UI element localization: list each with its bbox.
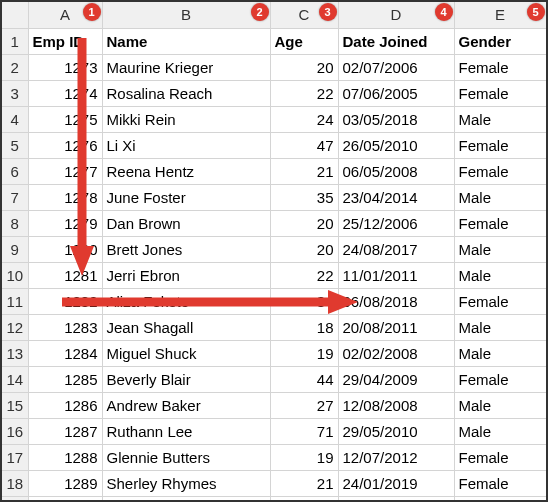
row-header[interactable]: 7 bbox=[2, 184, 28, 210]
cell[interactable]: Brett Jones bbox=[102, 236, 270, 262]
cell[interactable]: 44 bbox=[270, 366, 338, 392]
row-header[interactable]: 10 bbox=[2, 262, 28, 288]
cell[interactable]: Male bbox=[454, 496, 546, 502]
cell[interactable]: Jim Oyama bbox=[102, 496, 270, 502]
cell[interactable]: 1278 bbox=[28, 184, 102, 210]
cell[interactable]: 02/02/2008 bbox=[338, 340, 454, 366]
cell[interactable]: 03/05/2018 bbox=[338, 106, 454, 132]
col-B[interactable]: B2 bbox=[102, 2, 270, 28]
cell[interactable]: June Foster bbox=[102, 184, 270, 210]
cell[interactable]: 34 bbox=[270, 288, 338, 314]
cell[interactable]: Male bbox=[454, 340, 546, 366]
cell[interactable]: 1285 bbox=[28, 366, 102, 392]
cell[interactable]: 20 bbox=[270, 54, 338, 80]
cell[interactable]: Mikki Rein bbox=[102, 106, 270, 132]
cell[interactable]: Female bbox=[454, 132, 546, 158]
cell[interactable]: 11/01/2011 bbox=[338, 262, 454, 288]
cell[interactable]: Gender bbox=[454, 28, 546, 54]
cell[interactable]: Female bbox=[454, 158, 546, 184]
cell[interactable]: 20/08/2011 bbox=[338, 314, 454, 340]
cell[interactable]: 24/01/2019 bbox=[338, 470, 454, 496]
cell[interactable]: 1276 bbox=[28, 132, 102, 158]
cell[interactable]: Male bbox=[454, 106, 546, 132]
cell[interactable]: 21 bbox=[270, 158, 338, 184]
cell[interactable]: 1288 bbox=[28, 444, 102, 470]
row-header[interactable]: 2 bbox=[2, 54, 28, 80]
cell[interactable]: Male bbox=[454, 418, 546, 444]
cell[interactable]: Male bbox=[454, 236, 546, 262]
cell[interactable]: Female bbox=[454, 210, 546, 236]
cell[interactable]: 02/07/2006 bbox=[338, 54, 454, 80]
cell[interactable]: 1290 bbox=[28, 496, 102, 502]
col-D[interactable]: D4 bbox=[338, 2, 454, 28]
cell[interactable]: 21 bbox=[270, 470, 338, 496]
cell[interactable]: Maurine Krieger bbox=[102, 54, 270, 80]
cell[interactable]: Ruthann Lee bbox=[102, 418, 270, 444]
cell[interactable]: Sherley Rhymes bbox=[102, 470, 270, 496]
row-header[interactable]: 9 bbox=[2, 236, 28, 262]
cell[interactable]: 1287 bbox=[28, 418, 102, 444]
cell[interactable]: 26/05/2010 bbox=[338, 132, 454, 158]
row-header[interactable]: 19 bbox=[2, 496, 28, 502]
row-header[interactable]: 15 bbox=[2, 392, 28, 418]
cell[interactable]: 1274 bbox=[28, 80, 102, 106]
cell[interactable]: 19 bbox=[270, 444, 338, 470]
row-header[interactable]: 17 bbox=[2, 444, 28, 470]
cell[interactable]: 1286 bbox=[28, 392, 102, 418]
row-1-header[interactable]: 1 bbox=[2, 28, 28, 54]
cell[interactable]: Aliza Fekete bbox=[102, 288, 270, 314]
row-header[interactable]: 18 bbox=[2, 470, 28, 496]
cell[interactable]: 25/12/2006 bbox=[338, 210, 454, 236]
cell[interactable]: 24/08/2017 bbox=[338, 236, 454, 262]
cell[interactable]: Li Xi bbox=[102, 132, 270, 158]
row-header[interactable]: 3 bbox=[2, 80, 28, 106]
cell[interactable]: 29/04/2009 bbox=[338, 366, 454, 392]
col-C[interactable]: C3 bbox=[270, 2, 338, 28]
cell[interactable]: 12/07/2012 bbox=[338, 444, 454, 470]
cell[interactable]: Female bbox=[454, 80, 546, 106]
cell[interactable]: 1281 bbox=[28, 262, 102, 288]
cell[interactable]: 23/04/2014 bbox=[338, 184, 454, 210]
row-header[interactable]: 13 bbox=[2, 340, 28, 366]
cell[interactable]: 1279 bbox=[28, 210, 102, 236]
cell[interactable]: Name bbox=[102, 28, 270, 54]
cell[interactable]: 29/05/2010 bbox=[338, 418, 454, 444]
cell[interactable]: Age bbox=[270, 28, 338, 54]
col-E[interactable]: E5 bbox=[454, 2, 546, 28]
cell[interactable]: 1277 bbox=[28, 158, 102, 184]
col-A[interactable]: A1 bbox=[28, 2, 102, 28]
cell[interactable]: 35 bbox=[270, 184, 338, 210]
cell[interactable]: 06/05/2008 bbox=[338, 158, 454, 184]
cell[interactable]: Female bbox=[454, 288, 546, 314]
row-header[interactable]: 11 bbox=[2, 288, 28, 314]
cell[interactable]: Jerri Ebron bbox=[102, 262, 270, 288]
cell[interactable]: 20 bbox=[270, 236, 338, 262]
cell[interactable]: 24 bbox=[270, 106, 338, 132]
cell[interactable]: Miguel Shuck bbox=[102, 340, 270, 366]
row-header[interactable]: 16 bbox=[2, 418, 28, 444]
cell[interactable]: Male bbox=[454, 262, 546, 288]
cell[interactable]: 1289 bbox=[28, 470, 102, 496]
cell[interactable]: 1282 bbox=[28, 288, 102, 314]
row-header[interactable]: 8 bbox=[2, 210, 28, 236]
cell[interactable]: Female bbox=[454, 470, 546, 496]
cell[interactable]: 07/06/2005 bbox=[338, 80, 454, 106]
cell[interactable]: Glennie Butters bbox=[102, 444, 270, 470]
cell[interactable]: 22 bbox=[270, 262, 338, 288]
row-header[interactable]: 5 bbox=[2, 132, 28, 158]
cell[interactable]: Date Joined bbox=[338, 28, 454, 54]
cell[interactable]: 12/08/2008 bbox=[338, 392, 454, 418]
cell[interactable]: 71 bbox=[270, 418, 338, 444]
cell[interactable]: Beverly Blair bbox=[102, 366, 270, 392]
cell[interactable]: Female bbox=[454, 54, 546, 80]
spreadsheet-grid[interactable]: A1 B2 C3 D4 E5 1 Emp ID Name Age Date Jo… bbox=[2, 2, 547, 502]
cell[interactable]: Male bbox=[454, 184, 546, 210]
cell[interactable]: 30/03/2006 bbox=[338, 496, 454, 502]
cell[interactable]: Male bbox=[454, 392, 546, 418]
cell[interactable]: 1275 bbox=[28, 106, 102, 132]
cell[interactable]: 1284 bbox=[28, 340, 102, 366]
cell[interactable]: 1283 bbox=[28, 314, 102, 340]
cell[interactable]: Andrew Baker bbox=[102, 392, 270, 418]
cell[interactable]: 22 bbox=[270, 80, 338, 106]
cell[interactable]: 06/08/2018 bbox=[338, 288, 454, 314]
